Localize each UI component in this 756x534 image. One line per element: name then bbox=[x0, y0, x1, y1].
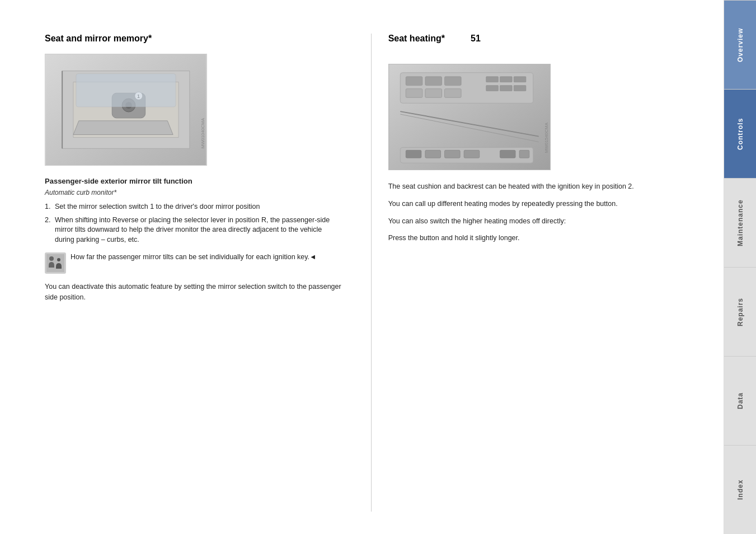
right-column: Seat heating* 51 bbox=[377, 34, 698, 512]
seat-para3: You can also switch the higher heating m… bbox=[388, 216, 698, 227]
svg-point-9 bbox=[49, 256, 54, 261]
svg-rect-8 bbox=[46, 254, 64, 272]
svg-rect-26 bbox=[406, 150, 421, 158]
right-section-title: Seat heating* bbox=[388, 34, 445, 44]
svg-rect-19 bbox=[406, 89, 422, 98]
svg-rect-27 bbox=[425, 150, 440, 158]
step-2: 2. When shifting into Reverse or placing… bbox=[45, 216, 343, 245]
note-text: How far the passenger mirror tilts can b… bbox=[71, 252, 316, 263]
svg-point-10 bbox=[57, 258, 60, 261]
svg-rect-28 bbox=[444, 150, 460, 158]
seat-heating-diagram: MW01540CMA bbox=[388, 64, 551, 170]
svg-rect-15 bbox=[444, 77, 461, 86]
svg-rect-24 bbox=[514, 86, 526, 91]
svg-rect-17 bbox=[500, 77, 512, 82]
seat-para2: You can call up different heating modes … bbox=[388, 199, 698, 209]
left-column: Seat and mirror memory* bbox=[45, 34, 365, 512]
right-header: Seat heating* 51 bbox=[388, 34, 698, 54]
svg-rect-13 bbox=[406, 77, 422, 86]
sidebar-item-maintenance[interactable]: Maintenance bbox=[724, 178, 756, 267]
deactivate-text: You can deactivate this automatic featur… bbox=[45, 282, 343, 303]
step-1-num: 1. bbox=[45, 202, 55, 212]
left-section-title: Seat and mirror memory* bbox=[45, 34, 343, 44]
step-1: 1. Set the mirror selection switch 1 to … bbox=[45, 202, 343, 212]
step-1-text: Set the mirror selection switch 1 to the… bbox=[55, 202, 260, 212]
sidebar-item-controls[interactable]: Controls bbox=[724, 89, 756, 178]
svg-rect-21 bbox=[444, 89, 461, 98]
column-divider bbox=[371, 34, 372, 512]
steps-list: 1. Set the mirror selection switch 1 to … bbox=[45, 202, 343, 245]
svg-rect-31 bbox=[519, 150, 529, 158]
sidebar-item-repairs[interactable]: Repairs bbox=[724, 267, 756, 356]
svg-rect-23 bbox=[500, 86, 512, 91]
seat-para4: Press the button and hold it slightly lo… bbox=[388, 233, 698, 243]
sub-label: Automatic curb monitor* bbox=[45, 189, 343, 196]
right-watermark: MW01540CMA bbox=[544, 123, 549, 153]
seat-para1: The seat cushion and backrest can be hea… bbox=[388, 181, 698, 192]
svg-rect-18 bbox=[514, 77, 526, 82]
sidebar-item-index[interactable]: Index bbox=[724, 445, 756, 534]
svg-rect-30 bbox=[500, 150, 515, 158]
note-icon-svg bbox=[46, 254, 64, 272]
svg-rect-22 bbox=[486, 86, 498, 91]
sub-title: Passenger-side exterior mirror tilt func… bbox=[45, 177, 343, 185]
page-container: Seat and mirror memory* bbox=[0, 0, 756, 534]
svg-rect-7 bbox=[76, 74, 176, 107]
note-icon bbox=[45, 252, 66, 274]
svg-rect-16 bbox=[486, 77, 498, 82]
note-block: How far the passenger mirror tilts can b… bbox=[45, 252, 343, 274]
svg-rect-20 bbox=[425, 89, 442, 98]
svg-rect-29 bbox=[464, 150, 480, 158]
seat-diagram-svg bbox=[389, 64, 550, 170]
sidebar-nav: Overview Controls Maintenance Repairs Da… bbox=[724, 0, 756, 534]
sidebar-item-data[interactable]: Data bbox=[724, 356, 756, 445]
svg-rect-14 bbox=[425, 77, 442, 86]
page-number: 51 bbox=[471, 34, 481, 44]
step-2-num: 2. bbox=[45, 216, 55, 245]
step-2-text: When shifting into Reverse or placing th… bbox=[55, 216, 343, 245]
left-diagram: 1 MW01040CMA bbox=[45, 54, 207, 166]
left-watermark: MW01040CMA bbox=[200, 118, 205, 148]
main-content: Seat and mirror memory* bbox=[0, 0, 724, 534]
left-diagram-svg: 1 bbox=[45, 54, 206, 165]
sidebar-item-overview[interactable]: Overview bbox=[724, 0, 756, 89]
